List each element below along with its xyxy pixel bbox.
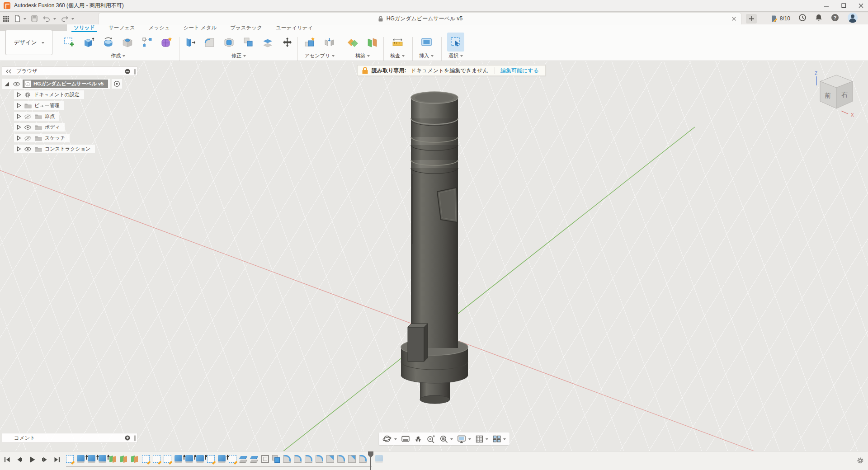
fillet-icon[interactable] bbox=[201, 33, 218, 52]
tree-item-construction[interactable]: コンストラクション bbox=[14, 145, 95, 153]
rectangular-pattern-icon[interactable] bbox=[139, 33, 156, 52]
eye-icon[interactable] bbox=[13, 81, 20, 87]
avatar[interactable] bbox=[847, 12, 858, 25]
new-component-icon[interactable] bbox=[302, 33, 319, 52]
panel-scrollbar[interactable] bbox=[134, 435, 136, 441]
go-to-end-button[interactable] bbox=[53, 456, 61, 463]
comments-panel[interactable]: コメント bbox=[2, 433, 137, 443]
group-label-insert[interactable]: 挿入 bbox=[419, 52, 434, 59]
activate-target-icon[interactable] bbox=[113, 80, 120, 87]
select-icon[interactable] bbox=[447, 33, 464, 52]
timeline-item-fillet[interactable] bbox=[305, 455, 312, 463]
timeline-item-sketch[interactable] bbox=[66, 455, 74, 463]
timeline-item-chamfer[interactable] bbox=[326, 455, 334, 463]
orbit-icon[interactable] bbox=[382, 434, 397, 443]
bell-icon[interactable] bbox=[815, 14, 823, 24]
tab-solid[interactable]: ソリッド bbox=[67, 24, 102, 31]
timeline-marker[interactable] bbox=[368, 451, 373, 470]
timeline-item-sketch[interactable] bbox=[142, 455, 150, 463]
timeline-item-chamfer[interactable] bbox=[348, 455, 356, 463]
expand-arrow-icon[interactable] bbox=[16, 124, 21, 130]
timeline-item-fillet[interactable] bbox=[337, 455, 345, 463]
expand-arrow-icon[interactable] bbox=[16, 92, 21, 98]
timeline-item-fillet[interactable] bbox=[316, 455, 323, 463]
timeline-item-combine[interactable] bbox=[272, 455, 280, 463]
move-icon[interactable] bbox=[279, 33, 296, 52]
close-button[interactable] bbox=[858, 3, 863, 8]
go-to-start-button[interactable] bbox=[4, 456, 11, 463]
timeline-item-split[interactable] bbox=[250, 455, 258, 463]
timeline-item-extrude[interactable] bbox=[196, 455, 204, 461]
group-label-assemble[interactable]: アセンブリ bbox=[305, 52, 335, 59]
eye-off-icon[interactable] bbox=[24, 136, 32, 141]
expand-arrow-icon[interactable] bbox=[16, 146, 21, 152]
look-at-icon[interactable] bbox=[401, 435, 410, 443]
app-grid-icon[interactable] bbox=[3, 15, 9, 22]
timeline-item-outline[interactable] bbox=[261, 455, 269, 463]
view-cube[interactable]: Z 前 右 X bbox=[813, 69, 860, 119]
timeline-item-sketch[interactable] bbox=[207, 455, 215, 463]
step-forward-button[interactable] bbox=[41, 456, 48, 463]
tab-surface[interactable]: サーフェス bbox=[102, 24, 142, 31]
eye-icon[interactable] bbox=[24, 146, 32, 152]
timeline-item-plane[interactable] bbox=[120, 455, 128, 463]
create-form-icon[interactable] bbox=[158, 33, 175, 52]
group-label-modify[interactable]: 修正 bbox=[231, 52, 246, 59]
shell-icon[interactable] bbox=[221, 33, 238, 52]
add-comment-icon[interactable] bbox=[124, 435, 131, 441]
tab-sheet-metal[interactable]: シート メタル bbox=[177, 24, 224, 31]
timeline-item-extrude[interactable] bbox=[218, 455, 226, 461]
tree-root-row[interactable]: HGガンダムビームサーベル v5 bbox=[2, 80, 122, 88]
timeline-item-plane[interactable] bbox=[109, 455, 117, 463]
minimize-panel-icon[interactable] bbox=[124, 68, 131, 75]
clock-icon[interactable] bbox=[798, 14, 807, 24]
hole-icon[interactable] bbox=[119, 33, 137, 52]
browser-header[interactable]: ブラウザ bbox=[2, 66, 137, 76]
expand-arrow-icon[interactable] bbox=[16, 135, 21, 141]
offset-plane-icon[interactable] bbox=[364, 33, 381, 52]
expand-arrow-icon[interactable] bbox=[16, 103, 21, 108]
timeline-item-extrude-disabled[interactable] bbox=[375, 455, 383, 461]
insert-icon[interactable] bbox=[418, 33, 435, 52]
timeline-item-sketch[interactable] bbox=[164, 455, 171, 463]
tree-item-bodies[interactable]: ボディ bbox=[14, 123, 65, 132]
viewports-icon[interactable] bbox=[492, 435, 506, 443]
beam-saber-model[interactable] bbox=[398, 88, 475, 414]
timeline-item-fillet[interactable] bbox=[283, 455, 291, 463]
redo-button[interactable] bbox=[61, 15, 74, 22]
combine-icon[interactable] bbox=[240, 33, 257, 52]
create-sketch-icon[interactable] bbox=[61, 33, 78, 52]
maximize-button[interactable] bbox=[841, 3, 846, 8]
step-back-button[interactable] bbox=[16, 456, 23, 463]
timeline-item-fillet[interactable] bbox=[294, 455, 302, 463]
timeline-item-fillet[interactable] bbox=[359, 455, 367, 463]
document-tab[interactable]: HGガンダムビームサーベル v5 bbox=[99, 13, 741, 24]
new-tab-button[interactable] bbox=[746, 14, 757, 24]
viewport-canvas[interactable]: Z 前 右 X 読み取り専用: ドキュメントを編集できません 編集可能にする ブ… bbox=[0, 61, 868, 451]
play-button[interactable] bbox=[28, 456, 36, 464]
fit-icon[interactable] bbox=[439, 435, 453, 443]
timeline-item-sketch[interactable] bbox=[153, 455, 160, 463]
eye-off-icon[interactable] bbox=[24, 114, 32, 119]
split-body-icon[interactable] bbox=[259, 33, 277, 52]
timeline-item-extrude[interactable] bbox=[175, 455, 182, 461]
minimize-button[interactable] bbox=[824, 3, 829, 8]
tab-mesh[interactable]: メッシュ bbox=[142, 24, 177, 31]
timeline-item-sketch[interactable] bbox=[229, 455, 236, 463]
tab-close-icon[interactable] bbox=[731, 15, 737, 24]
construction-plane-icon[interactable] bbox=[344, 33, 362, 52]
press-pull-icon[interactable] bbox=[182, 33, 199, 52]
job-status[interactable]: 8/10 bbox=[770, 15, 790, 23]
save-button[interactable] bbox=[31, 15, 38, 22]
help-icon[interactable]: ? bbox=[831, 14, 839, 24]
eye-icon[interactable] bbox=[24, 125, 32, 130]
group-label-inspect[interactable]: 検査 bbox=[390, 52, 405, 59]
group-label-select[interactable]: 選択 bbox=[448, 52, 463, 59]
workspace-selector[interactable]: デザイン bbox=[5, 30, 52, 55]
file-menu-button[interactable] bbox=[14, 15, 26, 22]
measure-icon[interactable] bbox=[389, 33, 406, 52]
pan-icon[interactable] bbox=[414, 435, 422, 443]
timeline-track[interactable] bbox=[66, 466, 372, 467]
revolve-icon[interactable] bbox=[100, 33, 117, 52]
timeline-settings-gear-icon[interactable] bbox=[856, 456, 864, 466]
